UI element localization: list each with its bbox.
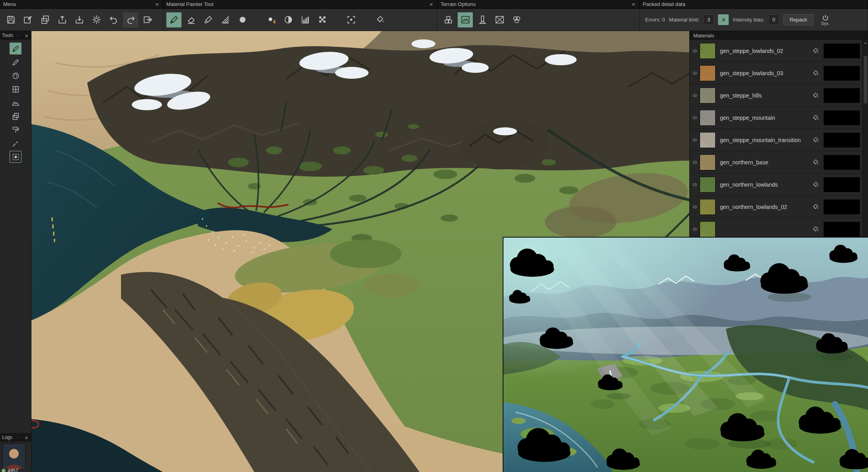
material-limit-label: Material limit: xyxy=(669,17,700,23)
undo-icon[interactable] xyxy=(106,12,121,27)
intensity-bias-value[interactable]: 0 xyxy=(769,14,779,25)
visibility-icon[interactable] xyxy=(692,160,698,165)
paint-bucket-icon[interactable] xyxy=(811,158,819,166)
material-row[interactable]: gen_steppe_lowlands_03 xyxy=(690,62,862,84)
visibility-icon[interactable] xyxy=(692,115,698,121)
close-icon[interactable]: × xyxy=(429,1,434,7)
material-name: gen_steppe_lowlands_03 xyxy=(720,70,811,76)
terrain-material-icon[interactable] xyxy=(458,12,473,27)
grid-tool[interactable] xyxy=(10,83,21,95)
brush-size-icon[interactable]: 4 xyxy=(263,12,279,27)
visibility-icon[interactable] xyxy=(692,226,698,232)
material-swatch xyxy=(700,43,716,59)
visibility-icon[interactable] xyxy=(692,70,698,76)
material-swatch xyxy=(700,199,716,215)
rename-icon[interactable] xyxy=(20,12,35,27)
material-mask-preview xyxy=(823,177,860,192)
visibility-icon[interactable] xyxy=(692,204,698,210)
terrain-channels-icon[interactable] xyxy=(509,12,524,27)
material-mask-preview xyxy=(823,110,860,125)
material-row[interactable]: gen_steppe_lowlands_02 xyxy=(690,40,862,62)
save-icon[interactable] xyxy=(3,12,18,27)
terrain-mask-icon[interactable] xyxy=(492,12,507,27)
paint-bucket-icon[interactable] xyxy=(811,203,819,211)
solid-circle-icon[interactable] xyxy=(235,12,250,27)
paint-bucket-icon[interactable] xyxy=(811,114,819,122)
slope-icon[interactable] xyxy=(218,12,233,27)
mountain-tool[interactable] xyxy=(10,97,21,109)
eraser-icon[interactable] xyxy=(183,12,199,27)
reference-map-overlay[interactable] xyxy=(503,237,868,472)
pen-icon[interactable] xyxy=(201,12,216,27)
close-icon[interactable]: × xyxy=(631,1,636,7)
packed-detail-panel-header: Packed detail data xyxy=(640,0,868,8)
scroll-up-icon[interactable]: ▲ xyxy=(863,40,868,45)
paint-bucket-icon[interactable] xyxy=(811,181,819,189)
noise-icon[interactable] xyxy=(315,12,330,27)
settings-icon[interactable] xyxy=(89,12,104,27)
material-row[interactable]: gen_northern_base xyxy=(690,151,862,174)
drag-handle-icon[interactable]: ⋯ xyxy=(16,33,21,38)
paint-bucket-icon[interactable] xyxy=(811,92,819,99)
close-icon[interactable]: × xyxy=(154,1,160,7)
material-limit-max[interactable]: 4 xyxy=(718,14,729,25)
material-mask-preview xyxy=(823,66,860,81)
pencil-tool[interactable] xyxy=(10,56,21,68)
paint-bucket-icon[interactable] xyxy=(811,69,819,77)
import-icon[interactable] xyxy=(72,12,87,27)
material-row[interactable]: gen_steppe_mountain xyxy=(690,107,862,129)
sample-tool[interactable] xyxy=(10,137,21,149)
materials-panel-header: Materials xyxy=(690,31,868,40)
terrain-pillar-icon[interactable] xyxy=(475,12,490,27)
paint-bucket-icon[interactable] xyxy=(811,47,819,55)
material-name: gen_northern_base xyxy=(720,159,811,166)
errors-count: Errors: 0 xyxy=(645,17,665,23)
levels-icon[interactable] xyxy=(298,12,313,27)
material-row[interactable]: gen_northern_lowlands xyxy=(690,174,862,196)
material-mask-preview xyxy=(823,43,860,59)
dynamic-power-button[interactable]: Dyn. xyxy=(817,14,833,26)
material-row[interactable]: gen_steppe_mountain_transition xyxy=(690,129,862,151)
close-icon[interactable]: × xyxy=(24,33,29,39)
material-swatch xyxy=(700,221,716,237)
brush-tool[interactable] xyxy=(10,43,21,55)
visibility-icon[interactable] xyxy=(692,93,698,98)
material-limit-value[interactable]: 3 xyxy=(703,14,714,25)
packed-blocks-icon[interactable] xyxy=(441,12,456,27)
material-swatch xyxy=(700,110,716,126)
material-swatch xyxy=(700,65,716,81)
fill-bucket-icon[interactable] xyxy=(372,12,387,27)
duplicate-tool[interactable] xyxy=(10,110,21,122)
duplicate-icon[interactable] xyxy=(37,12,53,27)
paint-bucket-icon[interactable] xyxy=(811,225,819,233)
materials-scrollbar[interactable]: ▲ xyxy=(862,40,868,237)
panel-title-bar: Menu × Material Painter Tool × Terrain O… xyxy=(0,0,868,9)
redo-icon[interactable] xyxy=(123,12,138,27)
palette-tool[interactable] xyxy=(10,70,21,82)
tools-panel-header: Tools ⋯ × xyxy=(0,31,31,40)
log-entry-count: 4957 xyxy=(8,468,18,472)
visibility-icon[interactable] xyxy=(692,48,698,54)
terrain-options-panel-header: Terrain Options × xyxy=(437,0,640,8)
region-tool[interactable] xyxy=(10,151,21,163)
export-icon[interactable] xyxy=(55,12,70,27)
material-row[interactable]: gen_northern_lowlands_02 xyxy=(690,196,862,218)
brush-icon[interactable] xyxy=(166,12,181,27)
material-mask-preview xyxy=(823,199,860,215)
falloff-icon[interactable] xyxy=(281,12,296,27)
terrain-options-panel-title: Terrain Options xyxy=(441,1,476,7)
roller-tool[interactable] xyxy=(10,124,21,136)
capture-area-icon[interactable] xyxy=(343,12,359,27)
paint-bucket-icon[interactable] xyxy=(811,136,819,144)
visibility-icon[interactable] xyxy=(692,182,698,187)
toolbars: 4 Errors: 0 Material limit: 3 4 Intensit… xyxy=(0,9,868,31)
material-swatch xyxy=(700,88,716,103)
repack-button[interactable]: Repack xyxy=(783,14,813,25)
send-icon[interactable] xyxy=(140,12,155,27)
visibility-icon[interactable] xyxy=(692,137,698,143)
close-icon[interactable]: × xyxy=(24,435,29,441)
drag-handle-icon[interactable]: ⋯ xyxy=(16,435,21,440)
material-row[interactable]: gen_steppe_hills xyxy=(690,84,862,107)
scrollbar-thumb[interactable] xyxy=(864,56,867,103)
material-row[interactable] xyxy=(690,218,862,237)
